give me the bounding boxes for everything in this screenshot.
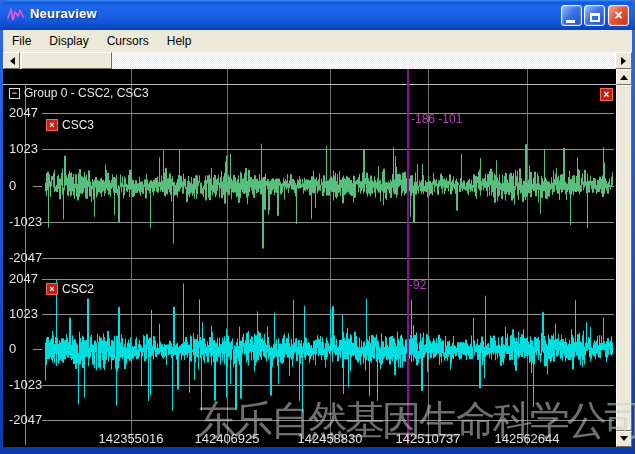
menu-display[interactable]: Display xyxy=(40,31,97,51)
ytick-label: 1023 xyxy=(9,307,38,321)
ytick-label: 2047 xyxy=(9,106,38,120)
arrow-up-icon xyxy=(620,71,628,80)
scroll-right-button[interactable] xyxy=(615,52,632,69)
scroll-up-button[interactable] xyxy=(616,69,632,85)
zero-tick-left-bottom xyxy=(33,349,42,350)
ytick-label: -2047 xyxy=(9,251,42,265)
xtick-label: 142458830 xyxy=(297,431,362,446)
xtick-label: 142510737 xyxy=(395,431,460,446)
minimize-icon xyxy=(566,20,575,23)
ytick-label: -1023 xyxy=(9,215,42,229)
window-title: Neuraview xyxy=(30,6,97,21)
ytick-label: 0 xyxy=(9,342,16,356)
horizontal-scrollbar-thumb[interactable] xyxy=(21,52,112,69)
ytick-label: -2047 xyxy=(9,413,42,427)
plot-area[interactable]: − Group 0 - CSC2, CSC3 × 2047 1023 0 -10… xyxy=(3,69,616,447)
maximize-button[interactable] xyxy=(584,5,605,26)
scroll-down-button[interactable] xyxy=(616,431,632,447)
ytick-label: -1023 xyxy=(9,378,42,392)
minimize-button[interactable] xyxy=(561,5,582,26)
collapse-icon[interactable]: − xyxy=(9,88,20,99)
app-window: Neuraview × File Display Cursors Help xyxy=(0,0,635,454)
xtick-label: 142562644 xyxy=(494,431,559,446)
waveform-csc3[interactable] xyxy=(42,99,614,265)
group-title: Group 0 - CSC2, CSC3 xyxy=(24,86,149,100)
group-header-line xyxy=(3,84,616,85)
xtick-label: 142355016 xyxy=(98,431,163,446)
channel-close-csc2[interactable]: × xyxy=(46,283,58,295)
close-icon: × xyxy=(614,7,622,23)
ytick-label: 1023 xyxy=(9,142,38,156)
arrow-left-icon xyxy=(6,57,15,65)
menu-bar: File Display Cursors Help xyxy=(3,30,632,52)
channel-label-csc3: CSC3 xyxy=(62,118,94,132)
horizontal-scrollbar[interactable] xyxy=(3,52,632,69)
arrow-down-icon xyxy=(620,436,628,445)
arrow-right-icon xyxy=(621,57,630,65)
menu-cursors[interactable]: Cursors xyxy=(98,31,158,51)
cursor-value-top: -186 -101 xyxy=(411,112,462,126)
group-close-button[interactable]: × xyxy=(600,88,613,101)
time-cursor-line[interactable] xyxy=(407,69,409,445)
group-header: − Group 0 - CSC2, CSC3 xyxy=(9,86,149,100)
vertical-scrollbar-thumb[interactable] xyxy=(616,85,632,431)
menu-file[interactable]: File xyxy=(3,31,40,51)
scroll-left-button[interactable] xyxy=(3,52,20,69)
vertical-scrollbar[interactable] xyxy=(616,69,632,447)
channel-close-csc3[interactable]: × xyxy=(46,119,58,131)
waveform-csc2[interactable] xyxy=(42,265,614,437)
app-icon xyxy=(7,6,25,24)
maximize-icon xyxy=(590,13,600,22)
ytick-label: 0 xyxy=(9,179,16,193)
menu-help[interactable]: Help xyxy=(158,31,201,51)
channel-label-csc2: CSC2 xyxy=(62,282,94,296)
close-button[interactable]: × xyxy=(608,5,629,26)
cursor-value-bottom: -92 xyxy=(409,278,426,292)
ytick-label: 2047 xyxy=(9,272,38,286)
title-bar[interactable]: Neuraview × xyxy=(0,0,635,30)
zero-tick-left-top xyxy=(33,186,42,187)
xtick-label: 142406925 xyxy=(194,431,259,446)
